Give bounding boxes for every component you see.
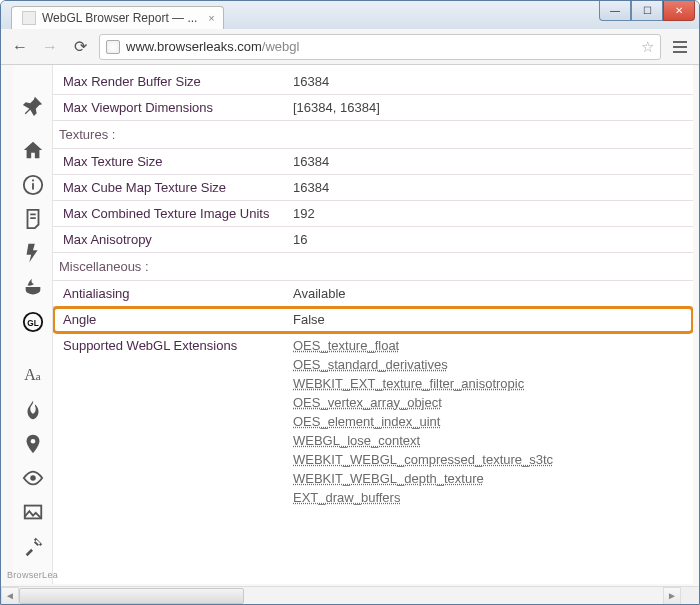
ext-link[interactable]: OES_vertex_array_object (293, 395, 683, 410)
row-value: 192 (293, 206, 683, 221)
row-value: 16384 (293, 154, 683, 169)
viewport: GL Aa BrowserLea Max Render Buffer Size … (1, 65, 699, 604)
section-misc: Miscellaneous : (53, 253, 693, 281)
fire-icon[interactable] (20, 398, 46, 420)
svg-rect-2 (32, 179, 34, 181)
row-key: Max Combined Texture Image Units (63, 206, 293, 221)
page: GL Aa BrowserLea Max Render Buffer Size … (13, 65, 693, 584)
resize-grip[interactable] (681, 586, 699, 604)
extensions-list: OES_texture_float OES_standard_derivativ… (293, 338, 683, 509)
page-icon (106, 40, 120, 54)
minimize-button[interactable]: — (599, 1, 631, 21)
brand-label: BrowserLea (7, 570, 58, 584)
ext-link[interactable]: WEBGL_lose_context (293, 433, 683, 448)
row-key: Supported WebGL Extensions (63, 338, 293, 353)
row-value: [16384, 16384] (293, 100, 683, 115)
reload-button[interactable]: ⟳ (69, 36, 91, 58)
back-button[interactable]: ← (9, 36, 31, 58)
browser-tab[interactable]: WebGL Browser Report — ... × (11, 6, 224, 29)
sidebar-rail: GL Aa BrowserLea (13, 65, 53, 584)
address-bar[interactable]: www.browserleaks.com/webgl ☆ (99, 34, 661, 60)
tab-title: WebGL Browser Report — ... (42, 11, 197, 25)
row-key: Max Texture Size (63, 154, 293, 169)
ext-link[interactable]: WEBKIT_WEBGL_depth_texture (293, 471, 683, 486)
scroll-thumb[interactable] (19, 588, 244, 604)
table-row: Max Combined Texture Image Units 192 (53, 201, 693, 227)
maximize-button[interactable]: ☐ (631, 1, 663, 21)
row-value: 16384 (293, 74, 683, 89)
row-value: 16384 (293, 180, 683, 195)
app-window: WebGL Browser Report — ... × — ☐ ✕ ← → ⟳… (0, 0, 700, 605)
row-key: Max Anisotropy (63, 232, 293, 247)
ext-link[interactable]: EXT_draw_buffers (293, 490, 683, 505)
svg-point-6 (30, 475, 36, 481)
horizontal-scrollbar[interactable]: ◄ ► (1, 586, 681, 604)
table-row: Max Viewport Dimensions [16384, 16384] (53, 95, 693, 121)
home-icon[interactable] (20, 139, 46, 161)
table-row: Max Anisotropy 16 (53, 227, 693, 253)
forward-button[interactable]: → (39, 36, 61, 58)
scroll-track[interactable] (19, 587, 663, 605)
svg-point-5 (30, 439, 35, 444)
url-path: /webgl (262, 39, 300, 54)
script-icon[interactable] (20, 208, 46, 230)
row-value: False (293, 312, 683, 327)
pin-icon[interactable] (20, 95, 46, 117)
table-row: Antialiasing Available (53, 281, 693, 307)
eye-icon[interactable] (20, 467, 46, 489)
titlebar: WebGL Browser Report — ... × — ☐ ✕ (1, 1, 699, 29)
chrome-menu-button[interactable] (669, 36, 691, 58)
tools-icon[interactable] (20, 536, 46, 558)
svg-text:GL: GL (27, 319, 38, 328)
row-key: Antialiasing (63, 286, 293, 301)
row-key: Angle (63, 312, 293, 327)
row-key: Max Cube Map Texture Size (63, 180, 293, 195)
table-row: Max Texture Size 16384 (53, 149, 693, 175)
bookmark-star-icon[interactable]: ☆ (641, 38, 654, 56)
close-window-button[interactable]: ✕ (663, 1, 695, 21)
row-value: Available (293, 286, 683, 301)
table-row: Max Cube Map Texture Size 16384 (53, 175, 693, 201)
ext-link[interactable]: WEBKIT_EXT_texture_filter_anisotropic (293, 376, 683, 391)
flash-icon[interactable] (20, 242, 46, 264)
row-extensions: Supported WebGL Extensions OES_texture_f… (53, 333, 693, 514)
ext-link[interactable]: OES_texture_float (293, 338, 683, 353)
ext-link[interactable]: OES_element_index_uint (293, 414, 683, 429)
row-value: 16 (293, 232, 683, 247)
favicon-icon (22, 11, 36, 25)
tab-strip: WebGL Browser Report — ... × (1, 1, 224, 29)
scroll-left-icon[interactable]: ◄ (1, 587, 19, 605)
section-textures: Textures : (53, 121, 693, 149)
close-tab-icon[interactable]: × (205, 12, 217, 24)
table-row: Max Render Buffer Size 16384 (53, 69, 693, 95)
fonts-icon[interactable]: Aa (20, 364, 46, 386)
image-icon[interactable] (20, 501, 46, 523)
java-icon[interactable] (20, 277, 46, 299)
info-icon[interactable] (20, 174, 46, 196)
location-icon[interactable] (20, 433, 46, 455)
window-buttons: — ☐ ✕ (599, 1, 695, 21)
webgl-report: Max Render Buffer Size 16384 Max Viewpor… (53, 65, 693, 584)
row-key: Max Render Buffer Size (63, 74, 293, 89)
webgl-icon[interactable]: GL (20, 311, 46, 333)
ext-link[interactable]: WEBKIT_WEBGL_compressed_texture_s3tc (293, 452, 683, 467)
row-angle-highlighted: Angle False (53, 307, 693, 333)
toolbar: ← → ⟳ www.browserleaks.com/webgl ☆ (1, 29, 699, 65)
svg-rect-1 (32, 183, 34, 189)
ext-link[interactable]: OES_standard_derivatives (293, 357, 683, 372)
url-host: www.browserleaks.com (126, 39, 262, 54)
scroll-right-icon[interactable]: ► (663, 587, 681, 605)
row-key: Max Viewport Dimensions (63, 100, 293, 115)
